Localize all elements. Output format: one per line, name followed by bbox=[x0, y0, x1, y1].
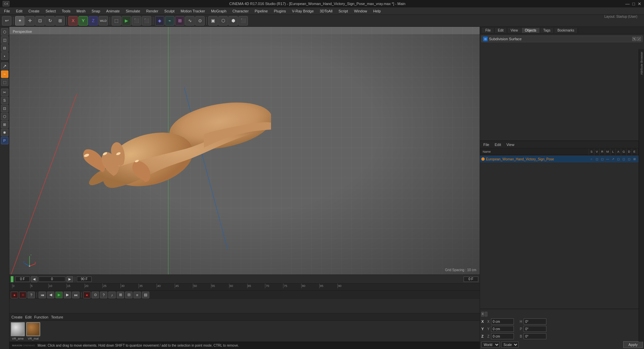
subdiv-edit-icon[interactable]: ✎ bbox=[632, 37, 636, 41]
material-item-vrmat[interactable]: VR_mat bbox=[26, 322, 40, 340]
tool-loop-sel[interactable]: ⊞ bbox=[1, 121, 8, 128]
pb-mode-2[interactable]: ⊙ bbox=[92, 292, 99, 298]
minimize-btn[interactable]: — bbox=[625, 1, 630, 6]
viewport-3d[interactable]: ✦ ⊞ ⊠ View Cameras Display Options Filte… bbox=[9, 27, 480, 275]
mode-scale-btn[interactable]: ⊡ bbox=[35, 16, 45, 26]
menu-item-pipeline[interactable]: Pipeline bbox=[252, 8, 270, 14]
obj-tab-edit[interactable]: Edit bbox=[494, 28, 507, 33]
menu-item-file[interactable]: File bbox=[1, 8, 13, 14]
mat-menu-edit[interactable]: Edit bbox=[25, 315, 32, 319]
menu-item-animate[interactable]: Animate bbox=[104, 8, 122, 14]
menu-item-simulate[interactable]: Simulate bbox=[123, 8, 143, 14]
axis-y-btn[interactable]: Y bbox=[78, 16, 88, 26]
frame-go-input[interactable] bbox=[39, 277, 65, 282]
obj-tab-file[interactable]: File bbox=[482, 28, 494, 33]
pb-mode-3[interactable]: ? bbox=[100, 292, 107, 298]
pb-timeline[interactable]: ▤ bbox=[142, 292, 149, 298]
obj-icon-g[interactable]: ◻ bbox=[621, 156, 627, 162]
render-active-btn[interactable]: ⬛ bbox=[132, 16, 141, 26]
frame-right-btn[interactable]: ▶ bbox=[66, 276, 73, 282]
current-frame-input[interactable] bbox=[15, 277, 30, 282]
view-mode-4[interactable]: ⬛ bbox=[238, 16, 248, 26]
pb-extra[interactable]: ⊟ bbox=[125, 292, 132, 298]
menu-item-motion-tracker[interactable]: Motion Tracker bbox=[178, 8, 208, 14]
pb-play-btn[interactable]: ▶ bbox=[55, 292, 63, 298]
menu-item-plugins[interactable]: Plugins bbox=[271, 8, 288, 14]
menu-item-edit[interactable]: Edit bbox=[13, 8, 25, 14]
pb-mode-4[interactable]: ♪ bbox=[108, 292, 116, 298]
coord-world-select[interactable]: World Object bbox=[481, 342, 500, 348]
tool-edge-mode[interactable]: ⊟ bbox=[1, 44, 8, 52]
menu-item-script[interactable]: Script bbox=[336, 8, 351, 14]
coord-input-z-rot[interactable] bbox=[524, 333, 546, 339]
pb-next-frame[interactable]: ▶ bbox=[64, 292, 71, 298]
view-mode-1[interactable]: ▣ bbox=[208, 16, 218, 26]
tool-polygon-mode[interactable]: ◫ bbox=[1, 36, 8, 44]
current-time-display[interactable] bbox=[464, 277, 478, 282]
close-btn[interactable]: ✕ bbox=[638, 1, 641, 6]
table-row[interactable]: European_Woman_Hand_Victory_Sign_Pose ○ … bbox=[480, 156, 644, 162]
menu-item-3dtoall[interactable]: 3DToAll bbox=[317, 8, 335, 14]
mat-menu-texture[interactable]: Texture bbox=[51, 315, 63, 319]
end-frame-input[interactable] bbox=[77, 277, 92, 282]
obj-icon-v[interactable]: ◻ bbox=[594, 156, 600, 162]
coord-input-x-pos[interactable] bbox=[491, 318, 514, 325]
obj-tab-tags[interactable]: Tags bbox=[540, 28, 554, 33]
view-mode-3[interactable]: ⬢ bbox=[228, 16, 238, 26]
render-btn[interactable]: ▶ bbox=[122, 16, 131, 26]
pb-settings[interactable]: ≡ bbox=[133, 292, 141, 298]
coord-input-y-rot[interactable] bbox=[524, 326, 546, 332]
menu-item-mesh[interactable]: Mesh bbox=[74, 8, 88, 14]
mode-rotate-btn[interactable]: ↻ bbox=[45, 16, 55, 26]
menu-item-mograph[interactable]: MoGraph bbox=[208, 8, 229, 14]
menu-item-render[interactable]: Render bbox=[144, 8, 161, 14]
material-item-vrame[interactable]: VR_ame bbox=[11, 322, 25, 340]
coords-drag-handle[interactable]: ⠿ bbox=[481, 312, 484, 316]
obj-icon-a[interactable]: ◻ bbox=[616, 156, 621, 162]
obj-edit-menu[interactable]: Edit bbox=[493, 143, 502, 147]
coord-input-z-pos[interactable] bbox=[491, 333, 514, 339]
tool-point-mode[interactable]: • bbox=[1, 52, 8, 60]
obj-view-menu[interactable]: View bbox=[505, 143, 516, 147]
pb-autokey-btn[interactable]: ◎ bbox=[19, 292, 26, 298]
frame-left-btn[interactable]: ◀ bbox=[31, 276, 38, 282]
tool-select-live[interactable]: ~ bbox=[1, 70, 8, 78]
subdiv-check-icon[interactable]: ✓ bbox=[637, 37, 641, 41]
attr-browser-label[interactable]: Attribute Browser bbox=[640, 50, 644, 76]
obj-tab-view[interactable]: View bbox=[507, 28, 522, 33]
coord-input-x-rot[interactable] bbox=[524, 318, 546, 325]
spline-btn[interactable]: ∿ bbox=[185, 16, 195, 26]
tool-object-mode[interactable]: ⬡ bbox=[1, 28, 8, 36]
axis-x-btn[interactable]: X bbox=[68, 16, 78, 26]
menu-item-select[interactable]: Select bbox=[43, 8, 59, 14]
tool-extrude[interactable]: ⊡ bbox=[1, 105, 8, 112]
tool-magnet[interactable]: ✱ bbox=[1, 129, 8, 136]
menu-item-character[interactable]: Character bbox=[230, 8, 251, 14]
window-controls[interactable]: — □ ✕ bbox=[625, 1, 641, 6]
obj-tab-objects[interactable]: Objects bbox=[522, 28, 540, 33]
obj-icon-m[interactable]: — bbox=[605, 156, 610, 162]
mat-menu-create[interactable]: Create bbox=[11, 315, 22, 319]
world-btn[interactable]: WLD bbox=[99, 16, 108, 26]
pb-record-btn[interactable]: ● bbox=[11, 292, 18, 298]
axis-z-btn[interactable]: Z bbox=[89, 16, 98, 26]
pb-goto-end[interactable]: ⏭ bbox=[72, 292, 79, 298]
menu-item-snap[interactable]: Snap bbox=[89, 8, 103, 14]
deformer-btn[interactable]: ⊞ bbox=[175, 16, 184, 26]
obj-icon-d[interactable]: ◻ bbox=[627, 156, 632, 162]
pb-fps[interactable]: ⊞ bbox=[117, 292, 124, 298]
mat-menu-function[interactable]: Function bbox=[34, 315, 48, 319]
coord-input-y-pos[interactable] bbox=[491, 326, 514, 332]
maximize-btn[interactable]: □ bbox=[632, 1, 635, 6]
render-region-btn[interactable]: ⬚ bbox=[112, 16, 121, 26]
menu-item-help[interactable]: Help bbox=[371, 8, 384, 14]
obj-icon-r[interactable]: ◻ bbox=[600, 156, 605, 162]
pb-mode-1[interactable]: ● bbox=[83, 292, 91, 298]
mode-select-btn[interactable]: ✦ bbox=[15, 16, 24, 26]
menu-item-window[interactable]: Window bbox=[351, 8, 370, 14]
tool-move[interactable]: ↗ bbox=[1, 62, 8, 70]
menu-item-v-ray-bridge[interactable]: V-Ray Bridge bbox=[289, 8, 317, 14]
tool-knife[interactable]: ✂ bbox=[1, 89, 8, 96]
obj-icon-e[interactable]: ⊞ bbox=[632, 156, 637, 162]
pb-goto-start[interactable]: ⏮ bbox=[39, 292, 46, 298]
